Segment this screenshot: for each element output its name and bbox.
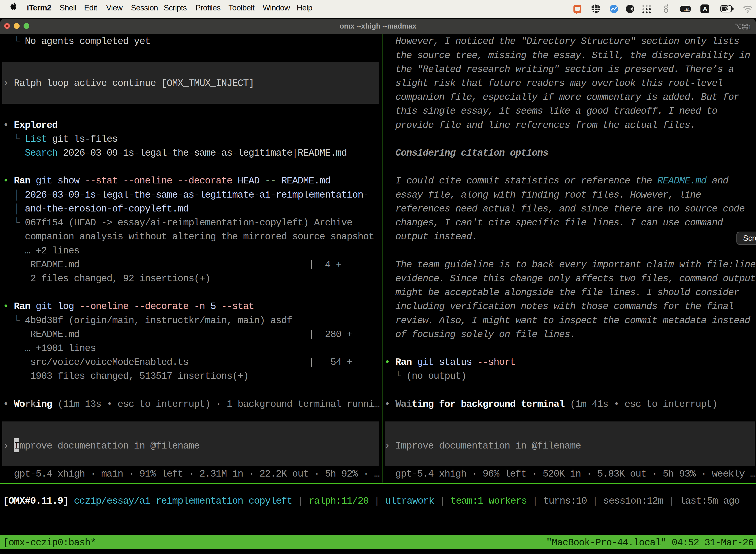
svg-text:1: 1 [748, 23, 752, 31]
svg-text:..61: ..61 [684, 7, 690, 12]
